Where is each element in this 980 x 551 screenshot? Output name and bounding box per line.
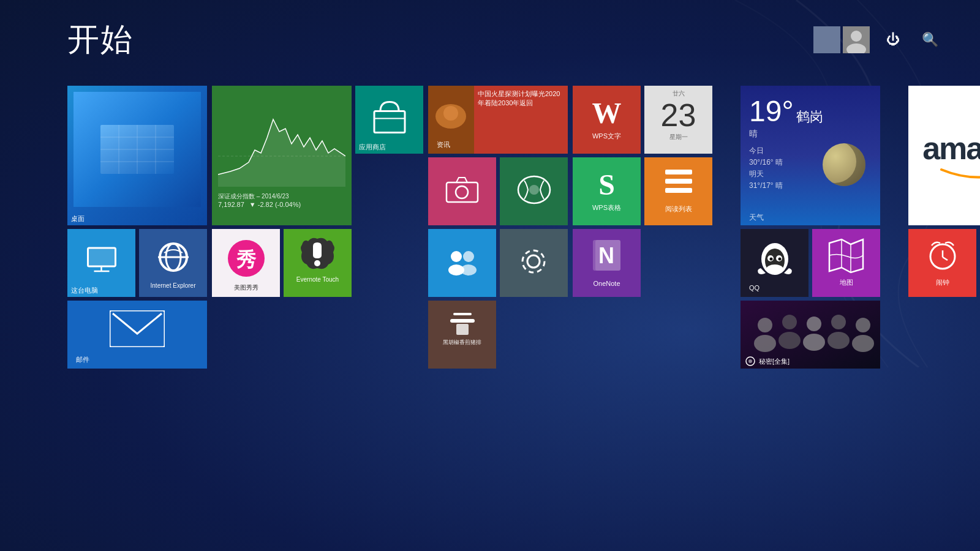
tile-stock[interactable]: 深证成分指数 – 2014/6/23 7,192.87 ▼ -2.82 (-0.… (212, 86, 352, 225)
svg-point-68 (748, 359, 752, 363)
weather-tomorrow-temp: 31°/17° 晴 (749, 181, 783, 190)
tile-secret[interactable]: 秘密[全集] (741, 301, 880, 369)
page-title: 开始 (67, 18, 134, 61)
weather-content: 19° 鹤岗 晴 今日 30°/16° 晴 明天 31°/17° 晴 天气 (749, 94, 872, 217)
wps-writer-icon: W (592, 96, 622, 130)
camera-icon (445, 176, 479, 206)
svg-line-79 (943, 257, 948, 260)
alarm-label: 闹钟 (932, 276, 953, 289)
tile-amazon[interactable]: amazon (908, 86, 980, 225)
mail-label: 邮件 (72, 353, 93, 366)
tile-group-3: 中国火星探测计划曝光2020年着陆2030年返回 资讯 (428, 86, 568, 369)
weather-moon (823, 143, 865, 186)
svg-point-1 (851, 31, 862, 42)
tile-wps-table[interactable]: S WPS表格 (573, 157, 641, 225)
svg-point-62 (803, 334, 825, 351)
map-icon (826, 237, 866, 276)
svg-rect-40 (665, 170, 692, 174)
stock-change: ▼ -2.82 (-0.04%) (249, 201, 301, 208)
tile-mail[interactable]: 邮件 (67, 301, 207, 369)
meitu-icon: 秀 (212, 234, 280, 282)
reading-label: 阅读列表 (662, 203, 696, 216)
wps-table-icon: S (598, 168, 615, 201)
svg-point-36 (522, 250, 545, 272)
tile-onenote[interactable]: N OneNote (573, 229, 641, 297)
tile-qq[interactable]: QQ (741, 229, 809, 297)
tile-weather[interactable]: 19° 鹤岗 晴 今日 30°/16° 晴 明天 31°/17° 晴 天气 (741, 86, 880, 225)
weather-city: 鹤岗 (796, 109, 823, 124)
store-label: 应用商店 (355, 141, 390, 154)
svg-point-66 (852, 335, 874, 352)
svg-rect-11 (88, 248, 115, 266)
tile-reading[interactable]: 阅读列表 (644, 157, 712, 225)
tile-camera[interactable] (428, 157, 496, 225)
cal-num: 23 (661, 98, 696, 133)
stock-label: 深证成分指数 – 2014/6/23 (218, 192, 301, 201)
svg-point-23 (314, 260, 320, 266)
tile-settings[interactable] (500, 229, 568, 297)
tile-map[interactable]: 地图 (812, 229, 880, 297)
tile-calendar[interactable]: 廿六 23 星期一 (644, 86, 712, 154)
svg-point-33 (463, 251, 474, 262)
qq-label: QQ (745, 282, 763, 294)
food-label: 黑胡椒香煎猪排 (442, 337, 483, 347)
tile-news[interactable]: 中国火星探测计划曝光2020年着陆2030年返回 资讯 (428, 86, 568, 154)
tile-group-2: 深证成分指数 – 2014/6/23 7,192.87 ▼ -2.82 (-0.… (212, 86, 423, 369)
group-gap-2 (885, 86, 903, 369)
wps-table-label: WPS表格 (589, 201, 625, 214)
food-icon (432, 307, 492, 337)
tile-this-pc[interactable]: 这台电脑 (67, 229, 135, 297)
power-button[interactable]: ⏻ (880, 26, 907, 53)
svg-rect-41 (665, 179, 692, 184)
svg-point-34 (461, 264, 477, 276)
weather-condition: 晴 (749, 129, 758, 138)
secret-label: 秘密[全集] (759, 357, 790, 366)
store-icon (371, 99, 408, 141)
svg-rect-38 (453, 313, 472, 315)
svg-rect-17 (110, 310, 165, 347)
pc-icon (85, 247, 118, 280)
svg-point-52 (766, 264, 783, 274)
map-label: 地图 (836, 276, 857, 289)
tile-group-5: 19° 鹤岗 晴 今日 30°/16° 晴 明天 31°/17° 晴 天气 (741, 86, 880, 369)
tile-evernote[interactable]: Evernote Touch (284, 229, 352, 297)
svg-point-30 (529, 185, 539, 195)
desktop-label: 桌面 (67, 212, 88, 225)
cal-weekday: 星期一 (669, 133, 688, 141)
tile-alarm[interactable]: 闹钟 (908, 229, 976, 297)
avatar-group (813, 26, 870, 53)
evernote-label: Evernote Touch (293, 274, 342, 286)
meitu-label: 美图秀秀 (230, 282, 262, 294)
header: 开始 ⏻ 🔍 (67, 18, 943, 61)
weather-today-temp: 30°/16° 晴 (749, 158, 783, 167)
svg-point-50 (769, 257, 772, 260)
tile-xbox[interactable] (500, 157, 568, 225)
search-button[interactable]: 🔍 (916, 26, 943, 53)
alarm-icon (924, 237, 961, 276)
svg-point-35 (527, 255, 540, 268)
tile-desktop[interactable]: 桌面 (67, 86, 207, 225)
stock-value: 7,192.87 (218, 201, 244, 208)
svg-point-26 (443, 106, 458, 121)
tile-food[interactable]: 黑胡椒香煎猪排 (428, 301, 496, 369)
tile-ie[interactable]: Internet Explorer (139, 229, 207, 297)
tile-wps-writer[interactable]: W WPS文字 (573, 86, 641, 154)
secret-content: 秘密[全集] (741, 301, 880, 369)
tile-people[interactable] (428, 229, 496, 297)
settings-icon (517, 245, 551, 281)
svg-point-60 (778, 332, 801, 349)
tile-group-6: amazon (908, 86, 980, 369)
group-gap-1 (717, 86, 736, 369)
news-content: 中国火星探测计划曝光2020年着陆2030年返回 (474, 86, 568, 112)
evernote-icon (284, 234, 352, 274)
user-avatar[interactable] (843, 26, 870, 53)
onenote-icon: N (587, 235, 627, 277)
svg-point-31 (451, 251, 462, 262)
tile-meitu[interactable]: 秀 美图秀秀 (212, 229, 280, 297)
amazon-smile-icon (932, 167, 980, 181)
tiles-container: 桌面 这台电脑 (67, 86, 980, 369)
svg-point-57 (758, 318, 772, 332)
tile-store[interactable]: 应用商店 (355, 86, 423, 154)
news-label: 资讯 (433, 138, 454, 151)
weather-tomorrow: 明天 (749, 170, 764, 178)
